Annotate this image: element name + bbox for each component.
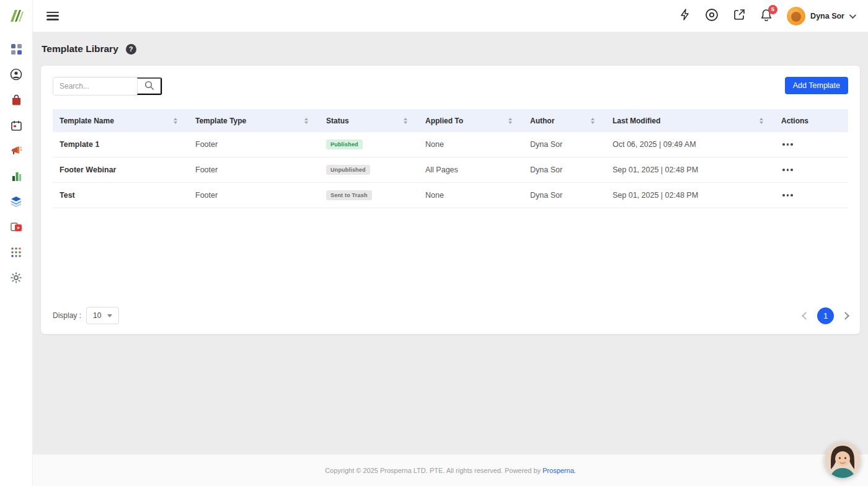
sidebar-item-layers[interactable] bbox=[5, 192, 27, 214]
column-header-status[interactable]: Status bbox=[319, 117, 418, 125]
status-badge: Unpublished bbox=[326, 165, 370, 175]
sidebar bbox=[0, 0, 33, 486]
last-modified-cell: Sep 01, 2025 | 02:48 PM bbox=[606, 191, 774, 200]
sidebar-item-marketing[interactable] bbox=[5, 141, 27, 163]
row-actions-button[interactable] bbox=[781, 192, 848, 199]
external-link-icon bbox=[733, 9, 745, 23]
template-type-cell: Footer bbox=[188, 166, 319, 174]
gear-icon bbox=[10, 272, 22, 286]
sidebar-item-media[interactable] bbox=[5, 217, 27, 239]
copyright-text: Copyright © 2025 Prosperna LTD. PTE. All… bbox=[325, 467, 541, 474]
quick-actions-button[interactable] bbox=[678, 9, 691, 23]
dashboard-icon bbox=[11, 43, 22, 58]
notification-count-badge: 5 bbox=[768, 5, 777, 14]
column-header-template-type[interactable]: Template Type bbox=[188, 117, 319, 125]
search-icon bbox=[144, 81, 154, 92]
layers-icon bbox=[10, 195, 22, 210]
author-cell: Dyna Sor bbox=[523, 166, 606, 174]
apps-grid-icon bbox=[11, 247, 22, 260]
pagination: 1 bbox=[803, 307, 848, 324]
page-footer: Copyright © 2025 Prosperna LTD. PTE. All… bbox=[33, 454, 868, 486]
sort-icon[interactable] bbox=[591, 118, 595, 124]
page-size-value: 10 bbox=[93, 311, 101, 320]
prosperna-link[interactable]: Prosperna. bbox=[542, 467, 576, 474]
column-header-author[interactable]: Author bbox=[523, 117, 606, 125]
template-type-cell: Footer bbox=[188, 140, 319, 149]
template-library-card: Add Template Template Name Template Type… bbox=[41, 66, 860, 334]
lightning-icon bbox=[680, 9, 689, 23]
sidebar-item-analytics[interactable] bbox=[5, 166, 27, 188]
sort-icon[interactable] bbox=[404, 118, 407, 124]
user-name: Dyna Sor bbox=[810, 12, 844, 20]
customer-icon bbox=[10, 68, 22, 83]
help-icon[interactable]: ? bbox=[126, 44, 136, 55]
page-size-select[interactable]: 10 bbox=[86, 307, 119, 324]
chat-widget-button[interactable] bbox=[825, 442, 861, 478]
next-page-button[interactable] bbox=[841, 312, 849, 320]
actions-cell bbox=[774, 141, 848, 148]
sort-icon[interactable] bbox=[304, 118, 308, 124]
search-box bbox=[53, 77, 162, 95]
applied-to-cell: All Pages bbox=[418, 166, 523, 174]
analytics-icon bbox=[11, 170, 22, 185]
column-header-template-name[interactable]: Template Name bbox=[53, 117, 188, 125]
sort-icon[interactable] bbox=[174, 118, 177, 124]
sidebar-item-orders[interactable] bbox=[5, 90, 27, 112]
column-label: Applied To bbox=[425, 117, 463, 125]
table-row: Footer Webinar Footer Unpublished All Pa… bbox=[53, 157, 848, 183]
sidebar-item-customers[interactable] bbox=[5, 64, 27, 87]
sidebar-item-bookings[interactable] bbox=[5, 115, 27, 138]
chevron-down-icon bbox=[849, 11, 856, 18]
support-button[interactable] bbox=[705, 9, 719, 23]
sort-icon[interactable] bbox=[508, 118, 512, 124]
column-label: Template Name bbox=[60, 117, 114, 125]
prosperna-logo[interactable] bbox=[8, 8, 24, 27]
column-label: Author bbox=[530, 117, 554, 125]
target-icon bbox=[705, 8, 719, 24]
notifications-button[interactable]: 5 bbox=[760, 9, 773, 23]
menu-toggle-icon[interactable] bbox=[46, 12, 59, 20]
template-name-cell[interactable]: Test bbox=[53, 191, 188, 200]
table-row: Template 1 Footer Published None Dyna So… bbox=[53, 132, 848, 157]
user-menu[interactable]: Dyna Sor bbox=[787, 7, 854, 25]
column-header-last-modified[interactable]: Last Modified bbox=[606, 117, 774, 125]
orders-bag-icon bbox=[11, 94, 22, 108]
search-input[interactable] bbox=[53, 77, 137, 95]
open-store-button[interactable] bbox=[732, 9, 746, 23]
page-title: Template Library bbox=[42, 43, 118, 55]
sidebar-item-settings[interactable] bbox=[5, 268, 27, 290]
column-label: Status bbox=[326, 117, 349, 125]
status-cell: Published bbox=[319, 139, 418, 149]
table-header-row: Template Name Template Type Status Appli… bbox=[53, 109, 848, 132]
row-actions-button[interactable] bbox=[781, 166, 848, 174]
template-name-cell[interactable]: Footer Webinar bbox=[53, 166, 188, 174]
table-row: Test Footer Sent to Trash None Dyna Sor … bbox=[53, 183, 848, 208]
column-label: Last Modified bbox=[613, 117, 660, 125]
megaphone-icon bbox=[10, 144, 22, 159]
calendar-icon bbox=[11, 120, 22, 134]
applied-to-cell: None bbox=[418, 140, 523, 149]
last-modified-cell: Oct 06, 2025 | 09:49 AM bbox=[606, 140, 774, 149]
column-label: Template Type bbox=[195, 117, 246, 125]
actions-cell bbox=[774, 166, 848, 174]
sidebar-item-dashboard[interactable] bbox=[5, 39, 27, 61]
row-actions-button[interactable] bbox=[781, 141, 848, 148]
status-cell: Sent to Trash bbox=[319, 190, 418, 200]
column-label: Actions bbox=[781, 117, 808, 125]
sidebar-item-apps[interactable] bbox=[5, 242, 27, 265]
main-content: Template Library ? A bbox=[33, 32, 868, 486]
current-page-button[interactable]: 1 bbox=[817, 307, 834, 324]
template-name-cell[interactable]: Template 1 bbox=[53, 140, 188, 149]
top-header: 5 Dyna Sor bbox=[33, 0, 868, 32]
templates-table: Template Name Template Type Status Appli… bbox=[53, 109, 848, 208]
last-modified-cell: Sep 01, 2025 | 02:48 PM bbox=[606, 166, 774, 174]
applied-to-cell: None bbox=[418, 191, 523, 200]
search-button[interactable] bbox=[137, 77, 162, 95]
previous-page-button[interactable] bbox=[802, 312, 810, 320]
status-badge: Sent to Trash bbox=[326, 190, 372, 200]
template-type-cell: Footer bbox=[188, 191, 319, 200]
add-template-button[interactable]: Add Template bbox=[785, 77, 848, 94]
sort-icon[interactable] bbox=[760, 118, 763, 124]
column-header-applied-to[interactable]: Applied To bbox=[418, 117, 523, 125]
status-cell: Unpublished bbox=[319, 165, 418, 175]
